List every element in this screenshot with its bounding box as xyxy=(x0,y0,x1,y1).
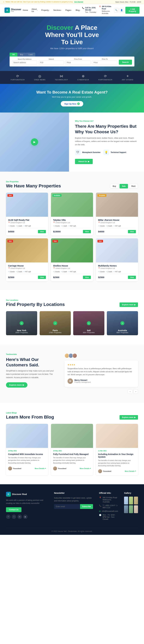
nav-home[interactable]: Home xyxy=(21,8,30,12)
testimonial-next-button[interactable]: › xyxy=(134,389,138,394)
blog-arrow-icon: ▶ xyxy=(134,416,136,418)
explore-arrow-icon: ▶ xyxy=(134,304,136,306)
gallery-thumb-1[interactable] xyxy=(124,496,128,504)
price-from-input[interactable] xyxy=(66,60,91,65)
property-name-1: Talydas Villa xyxy=(53,219,91,221)
newsletter-text: Subscribe newsletter to get latest news,… xyxy=(54,496,93,502)
newsletter-submit-button[interactable]: Subscribe xyxy=(80,504,93,509)
blog-grid: 18 May 2021 Completed With Immediate Inc… xyxy=(6,424,138,475)
twitter-icon[interactable]: t xyxy=(12,514,16,519)
gallery-thumb-6[interactable] xyxy=(134,505,138,513)
view-button-2[interactable]: View xyxy=(128,230,136,233)
notice-link[interactable]: Get Started xyxy=(74,1,83,3)
blog-author-name-1: Youuuland xyxy=(58,468,66,470)
notice-icon: ⚠ xyxy=(3,1,4,3)
blog-author-name-2: Youuuland xyxy=(103,470,111,472)
more-details-button-1[interactable]: More Details ▾ xyxy=(80,468,91,470)
header-contact-1: 📞 Call Us: (316) 555-462 Tue - Thursday xyxy=(82,6,97,14)
property-info-3: Carriage House United Kingdom Ltd. 3 bed… xyxy=(6,262,48,281)
suburb-input[interactable] xyxy=(39,60,64,65)
property-badge-3: Sale xyxy=(7,240,13,242)
testimonials-right: ★★★★ Suspendisse luctus, lacus ut pellen… xyxy=(65,353,138,394)
property-card-5: Sale Multifamily Homes United Kingdom Lt… xyxy=(96,238,138,281)
tab-all[interactable]: All xyxy=(10,53,17,56)
explore-blog-button[interactable]: Explore more ▶ xyxy=(120,415,138,420)
footer-gallery xyxy=(124,496,138,513)
newsletter-input[interactable] xyxy=(54,504,80,509)
notice-text: ⚠ Notice: We are still live. See if you … xyxy=(3,1,83,3)
user-icon-btn[interactable]: 👤 xyxy=(119,8,124,12)
about-button[interactable]: About Us ▶ xyxy=(75,159,93,164)
view-button-0[interactable]: View xyxy=(38,230,46,233)
location-info-paris: Paris 1700+ Properties xyxy=(49,329,62,334)
price-from-field: Price From xyxy=(66,58,91,65)
blog-title: Learn More From Blog xyxy=(6,414,54,420)
play-button[interactable]: ▶ xyxy=(31,138,38,146)
partner-cred: ◎ CRED NEWS xyxy=(34,74,45,80)
nav-about[interactable]: About Us ▾ xyxy=(30,7,39,14)
testimonial-prev-button[interactable]: ‹ xyxy=(128,389,132,394)
view-button-5[interactable]: View xyxy=(128,276,136,279)
property-name-0: 34,00 Sqft Ready Flat xyxy=(8,219,46,221)
explore-more-button[interactable]: Explore more ▶ xyxy=(6,382,27,388)
filter-buy-btn[interactable]: Buy xyxy=(110,184,119,188)
footer-about-text: We work with a passion of taking premium… xyxy=(6,499,48,505)
nav-pages[interactable]: Pages ▾ xyxy=(64,8,73,12)
instagram-icon[interactable]: in xyxy=(17,514,22,519)
nav-blog[interactable]: Blog ▾ xyxy=(74,8,82,12)
view-button-3[interactable]: View xyxy=(38,276,46,279)
location-card-aus[interactable]: Australia 800+ Properties + xyxy=(107,311,138,335)
gallery-thumb-5[interactable] xyxy=(129,505,133,513)
footer-info-email: ✉ info@housesell.com xyxy=(99,510,118,512)
search-button[interactable]: Search xyxy=(119,60,132,65)
filter-sale-btn[interactable]: Sale xyxy=(120,184,128,188)
location-card-ny[interactable]: New York 1500+ Properties + xyxy=(6,311,37,335)
footer-contact-button[interactable]: Contact Us xyxy=(6,507,21,512)
footer-info-col: Official Info: 📍 380 St Kilda Road Melbo… xyxy=(99,492,118,522)
testimonials-left: Testimonials Here's What Our Customers S… xyxy=(6,353,57,388)
location-card-paris[interactable]: Paris 1700+ Properties + xyxy=(40,311,71,335)
tab-buy[interactable]: Buy xyxy=(17,53,26,56)
properties-header-left: Our Properties We Have Many Properties xyxy=(6,181,61,188)
address-input[interactable] xyxy=(12,60,37,65)
search-icon-btn[interactable]: 🔍 xyxy=(114,8,119,12)
feature-support: 💡 Technical Support xyxy=(103,150,126,155)
suburb-field: Suburb xyxy=(39,58,64,65)
nav-property[interactable]: Property ▾ xyxy=(40,8,51,12)
author-role: Property management xyxy=(74,381,91,383)
property-image-4: Sale xyxy=(51,238,93,262)
facebook-icon[interactable]: f xyxy=(6,514,10,519)
add-property-button[interactable]: + Add Property xyxy=(125,7,140,14)
blog-section: Latest Blogs Learn More From Blog Explor… xyxy=(0,403,144,484)
more-details-button-2[interactable]: More Details ▾ xyxy=(125,470,136,472)
gallery-heading: Gallery xyxy=(124,492,138,494)
signup-button[interactable]: Sign Up Now ▶ xyxy=(61,101,83,106)
hero-content: Discover A PlaceWhere You'll LoveTo Live… xyxy=(10,24,134,67)
property-specs-4: 3 beds 2 bath 447 sqft xyxy=(53,271,91,272)
property-badge-5: Sale xyxy=(97,240,103,242)
explore-locations-button[interactable]: Explore more ▶ xyxy=(120,302,138,307)
property-info-2: Millar Jharson House United Kingdom Ltd.… xyxy=(96,217,138,235)
shield-icon: 🛡 xyxy=(75,150,81,155)
more-details-button-0[interactable]: More Details ▾ xyxy=(35,468,46,470)
property-badge-2: Template xyxy=(97,194,106,197)
gallery-thumb-4[interactable] xyxy=(124,505,128,513)
view-button-4[interactable]: View xyxy=(83,276,91,279)
youtube-icon[interactable]: ▶ xyxy=(23,514,28,519)
gallery-thumb-3[interactable] xyxy=(134,496,138,504)
filter-rent-btn[interactable]: Rent xyxy=(129,184,138,188)
blog-author-0: Youuuland xyxy=(8,466,21,470)
tab-land[interactable]: Land xyxy=(26,53,35,56)
blog-author-avatar-0 xyxy=(8,466,12,470)
blog-post-title-1: Fully Furnished And Fully Managed xyxy=(53,453,91,456)
price-to-input[interactable] xyxy=(92,60,117,65)
logo-text: Discover Real xyxy=(11,8,21,12)
blog-meta-0: 18 May 2021 xyxy=(8,450,46,452)
property-info-5: Multifamily Homes United Kingdom Ltd. 3 … xyxy=(96,262,138,281)
gallery-thumb-2[interactable] xyxy=(129,496,133,504)
why-content: Why You Choose Us? There Are Many Proper… xyxy=(69,112,144,172)
view-button-1[interactable]: View xyxy=(83,230,91,233)
property-info-4: Shellies House United Kingdom Ltd. 3 bed… xyxy=(51,262,93,281)
nav-services[interactable]: Services ▾ xyxy=(52,8,63,12)
location-card-italy[interactable]: Itali 600+ Properties + xyxy=(73,311,104,335)
